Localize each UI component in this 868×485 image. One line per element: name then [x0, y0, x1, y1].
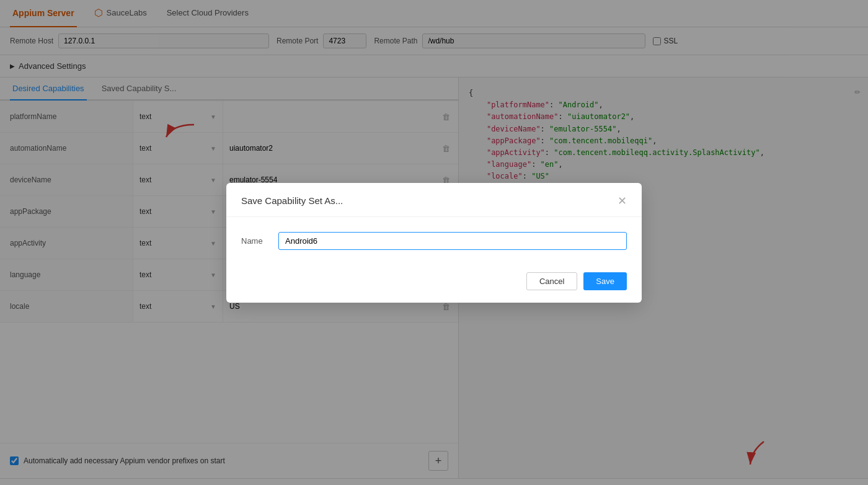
modal-name-input[interactable] [278, 232, 627, 250]
modal-close-button[interactable]: ✕ [618, 194, 627, 208]
modal-overlay[interactable]: Save Capability Set As... ✕ Name Cancel … [0, 0, 868, 485]
modal-footer: Cancel Save [226, 265, 642, 303]
modal-body: Name [226, 217, 642, 265]
modal-save-button[interactable]: Save [583, 272, 627, 290]
modal-cancel-button[interactable]: Cancel [526, 272, 577, 290]
save-capability-modal: Save Capability Set As... ✕ Name Cancel … [226, 183, 642, 303]
modal-name-field: Name [241, 232, 627, 250]
modal-title: Save Capability Set As... [241, 195, 343, 206]
modal-name-label: Name [241, 236, 271, 246]
modal-header: Save Capability Set As... ✕ [226, 183, 642, 217]
